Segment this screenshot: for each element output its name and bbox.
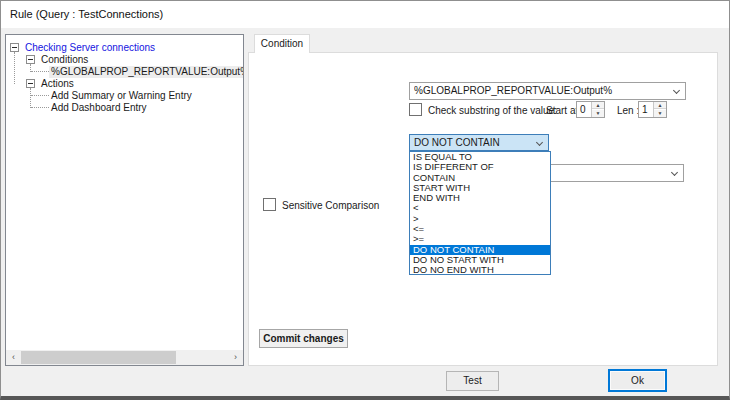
window-title: Rule (Query : TestConnections) xyxy=(10,8,163,20)
chevron-down-icon xyxy=(673,87,680,94)
check-substring-checkbox[interactable] xyxy=(409,103,422,116)
operator-option[interactable]: END WITH xyxy=(410,193,550,203)
test-button[interactable]: Test xyxy=(446,371,499,391)
commit-changes-button[interactable]: Commit changes xyxy=(259,329,348,348)
tree-expand-icon[interactable] xyxy=(10,43,19,52)
chevron-down-icon xyxy=(536,139,543,146)
tree-expand-icon[interactable] xyxy=(26,55,35,64)
spin-up-icon[interactable]: ▲ xyxy=(592,102,604,109)
minus-icon xyxy=(28,83,33,84)
column-to-check-combobox[interactable]: %GLOBALPROP_REPORTVALUE:Output% xyxy=(409,82,686,100)
tree-item-condition-rule[interactable]: %GLOBALPROP_REPORTVALUE:Output% DO NO xyxy=(49,66,243,78)
len-stepper[interactable]: 1 ▲ ▼ xyxy=(638,101,667,118)
minus-icon xyxy=(12,47,17,48)
operator-option[interactable]: > xyxy=(410,214,550,224)
operator-option[interactable]: DO NO END WITH xyxy=(410,265,550,275)
spin-down-icon[interactable]: ▼ xyxy=(592,110,604,117)
spin-up-icon[interactable]: ▲ xyxy=(654,102,666,109)
tree-connector xyxy=(31,107,49,108)
operator-dropdown-list: IS EQUAL TO IS DIFFERENT OF CONTAIN STAR… xyxy=(409,151,551,275)
sensitive-comparison-checkbox[interactable] xyxy=(263,198,276,211)
ok-button[interactable]: Ok xyxy=(608,369,667,392)
operator-combobox[interactable]: DO NOT CONTAIN xyxy=(409,134,549,151)
len-label: Len : xyxy=(617,105,639,116)
tree-item-add-dashboard[interactable]: Add Dashboard Entry xyxy=(49,102,149,114)
sensitive-comparison-label: Sensitive Comparison xyxy=(282,200,379,211)
tree-item-add-summary[interactable]: Add Summary or Warning Entry xyxy=(49,90,194,102)
minus-icon xyxy=(28,59,33,60)
scroll-left-icon[interactable]: ‹ xyxy=(6,350,21,365)
tree-expand-icon[interactable] xyxy=(26,79,35,88)
operator-option[interactable]: < xyxy=(410,203,550,213)
tree-connector xyxy=(30,88,31,108)
rule-dialog-window: Rule (Query : TestConnections) Checking … xyxy=(0,0,730,400)
operator-option[interactable]: <= xyxy=(410,224,550,234)
titlebar[interactable]: Rule (Query : TestConnections) xyxy=(1,1,729,28)
start-at-stepper[interactable]: 0 ▲ ▼ xyxy=(576,101,605,118)
tree-item-actions[interactable]: Actions xyxy=(39,78,76,90)
check-substring-label: Check substring of the value: xyxy=(428,105,557,116)
tab-condition[interactable]: Condition xyxy=(254,34,310,53)
chevron-down-icon xyxy=(671,169,678,176)
scroll-right-icon[interactable]: › xyxy=(228,350,243,365)
tree-connector xyxy=(31,71,49,72)
tree-h-scrollbar[interactable]: ‹ › xyxy=(6,350,243,365)
rule-tree: Checking Server connections Conditions %… xyxy=(6,35,243,349)
rule-tree-panel: Checking Server connections Conditions %… xyxy=(5,34,244,366)
spin-down-icon[interactable]: ▼ xyxy=(654,110,666,117)
scrollbar-thumb[interactable] xyxy=(21,351,176,364)
tree-connector xyxy=(14,52,15,84)
tree-connector xyxy=(31,95,49,96)
tree-item-conditions[interactable]: Conditions xyxy=(39,54,90,66)
tree-item-checking-server-connections[interactable]: Checking Server connections xyxy=(23,42,157,54)
